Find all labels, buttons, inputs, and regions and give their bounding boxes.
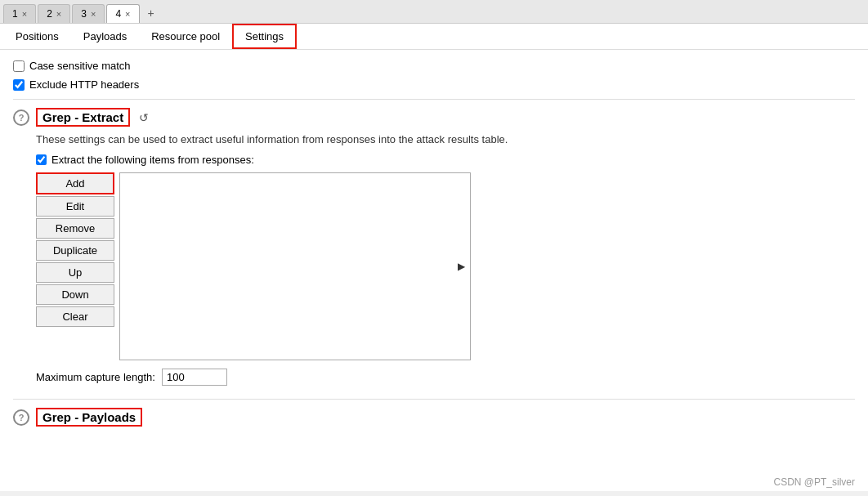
tab-4-close[interactable]: × (125, 9, 130, 19)
tab-2-close[interactable]: × (56, 9, 61, 19)
grep-extract-icon: ? (13, 109, 29, 126)
extract-checkbox[interactable] (36, 154, 47, 165)
tab-2-label: 2 (47, 8, 52, 20)
tab-add-button[interactable]: + (141, 3, 161, 23)
clear-button[interactable]: Clear (36, 306, 114, 327)
subnav-positions[interactable]: Positions (3, 25, 71, 48)
grep-payloads-icon: ? (13, 409, 29, 426)
up-button[interactable]: Up (36, 262, 114, 283)
tab-3[interactable]: 3 × (72, 4, 105, 23)
tab-2[interactable]: 2 × (38, 4, 70, 23)
grep-extract-reset-icon[interactable]: ↺ (136, 110, 151, 125)
list-box-arrow-icon: ▶ (458, 261, 465, 272)
grep-extract-title: Grep - Extract (36, 108, 130, 127)
max-capture-row: Maximum capture length: (36, 369, 855, 386)
extract-checkbox-row: Extract the following items from respons… (36, 154, 855, 166)
case-sensitive-label[interactable]: Case sensitive match (29, 60, 131, 72)
remove-button[interactable]: Remove (36, 218, 114, 239)
exclude-http-row: Exclude HTTP headers (13, 78, 855, 91)
extract-area: Add Edit Remove Duplicate Up Down Clear … (36, 172, 855, 360)
subnav-payloads[interactable]: Payloads (71, 25, 139, 48)
extract-list-box[interactable]: ▶ (119, 172, 471, 360)
down-button[interactable]: Down (36, 284, 114, 305)
grep-extract-description: These settings can be used to extract us… (36, 133, 855, 145)
tab-4-label: 4 (115, 8, 121, 20)
edit-button[interactable]: Edit (36, 196, 114, 217)
divider-2 (13, 399, 855, 400)
tab-3-label: 3 (81, 8, 87, 20)
grep-payloads-header: ? Grep - Payloads (13, 408, 855, 427)
tab-3-close[interactable]: × (91, 9, 96, 19)
grep-payloads-title: Grep - Payloads (36, 408, 142, 427)
extract-checkbox-label[interactable]: Extract the following items from respons… (51, 154, 254, 166)
tab-bar: 1 × 2 × 3 × 4 × + (0, 0, 868, 24)
extract-button-column: Add Edit Remove Duplicate Up Down Clear (36, 172, 114, 360)
add-button[interactable]: Add (36, 172, 114, 194)
max-capture-label: Maximum capture length: (36, 371, 155, 383)
subnav-resource-pool[interactable]: Resource pool (139, 25, 232, 48)
watermark: CSDN @PT_silver (773, 476, 855, 488)
exclude-http-checkbox[interactable] (13, 79, 25, 91)
tab-1-label: 1 (12, 8, 18, 20)
duplicate-button[interactable]: Duplicate (36, 240, 114, 261)
subnav-settings[interactable]: Settings (232, 24, 297, 49)
tab-1-close[interactable]: × (22, 9, 27, 19)
exclude-http-label[interactable]: Exclude HTTP headers (29, 78, 139, 91)
divider-1 (13, 99, 855, 100)
case-sensitive-row: Case sensitive match (13, 60, 855, 72)
max-capture-input[interactable] (162, 369, 227, 386)
case-sensitive-checkbox[interactable] (13, 60, 25, 72)
tab-4[interactable]: 4 × (106, 4, 139, 23)
main-content: Case sensitive match Exclude HTTP header… (0, 50, 868, 491)
grep-payloads-section: ? Grep - Payloads (13, 399, 855, 427)
grep-extract-header: ? Grep - Extract ↺ (13, 108, 855, 127)
sub-nav: Positions Payloads Resource pool Setting… (0, 24, 868, 50)
tab-1[interactable]: 1 × (3, 4, 36, 23)
